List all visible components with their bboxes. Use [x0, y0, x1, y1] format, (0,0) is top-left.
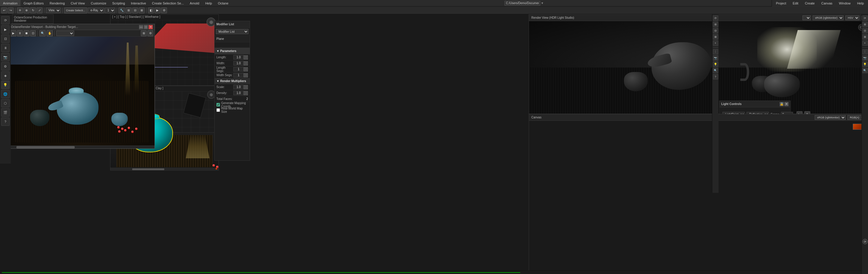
- menu-octane[interactable]: Octane: [215, 0, 231, 6]
- width-input[interactable]: [234, 61, 244, 65]
- align-btn[interactable]: ⊟: [132, 7, 138, 13]
- scale-button[interactable]: ⤢: [37, 7, 42, 13]
- render-btn[interactable]: ▶: [154, 7, 160, 13]
- rotate-button[interactable]: ↻: [30, 7, 36, 13]
- view-dropdown[interactable]: View: [46, 8, 61, 13]
- oo-material-btn[interactable]: ◈: [1, 71, 9, 80]
- lris-btn-9[interactable]: 🔍: [713, 68, 718, 73]
- oo-region-btn[interactable]: ⊡: [1, 35, 9, 43]
- value-dropdown[interactable]: 10: [105, 8, 115, 13]
- scale-spinner[interactable]: ⋮: [244, 85, 248, 89]
- oo-light-btn[interactable]: 💡: [1, 81, 9, 89]
- length-spinner[interactable]: ⋮: [244, 55, 248, 60]
- real-world-checkbox[interactable]: [216, 108, 220, 112]
- menu-help-right[interactable]: Help: [854, 0, 867, 6]
- oo-object-btn[interactable]: ⬡: [1, 99, 9, 107]
- oct-tb-pause[interactable]: ⏸: [17, 30, 23, 36]
- oct-tb-pan[interactable]: ✋: [46, 30, 53, 36]
- select-button[interactable]: ✛: [17, 7, 23, 13]
- render-setup-btn[interactable]: ⚙: [161, 7, 167, 13]
- lris-btn-6[interactable]: ⋮: [713, 49, 718, 55]
- fris-btn-3[interactable]: ⊟: [862, 28, 868, 33]
- lris-btn-7[interactable]: 📷: [713, 55, 718, 61]
- oo-settings-btn[interactable]: ⚙: [1, 62, 9, 70]
- width-segs-input[interactable]: [234, 73, 244, 77]
- menu-canvas[interactable]: Canvas: [818, 0, 835, 6]
- canvas-colorspace1-dropdown[interactable]: sRGB (rgbMonitor): [815, 115, 846, 120]
- modifier-item-plane[interactable]: Plane: [215, 36, 250, 42]
- width-segs-spinner[interactable]: ⋮: [244, 73, 248, 77]
- lris-btn-3[interactable]: ⊟: [713, 28, 718, 33]
- length-input[interactable]: [234, 55, 244, 60]
- oo-help-btn[interactable]: ?: [1, 117, 9, 126]
- fris-btn-6[interactable]: ⋮: [862, 49, 868, 55]
- menu-civil-view[interactable]: Civil View: [68, 0, 88, 6]
- fris-btn-9[interactable]: 🔍: [862, 68, 868, 73]
- rv-colorspace2-dropdown[interactable]: HSV: [845, 15, 859, 20]
- menu-scripting[interactable]: Scripting: [109, 0, 128, 6]
- snap-btn[interactable]: ⊞: [126, 7, 131, 13]
- lris-btn-1[interactable]: ⟳: [713, 15, 718, 21]
- density-spinner[interactable]: ⋮: [244, 91, 248, 95]
- oct-tb-zoom[interactable]: 🔍: [39, 30, 46, 36]
- lc-lock-btn[interactable]: 🔒: [780, 102, 784, 106]
- fris-btn-1[interactable]: ⟳: [862, 15, 868, 21]
- menu-create-selection[interactable]: Create Selection Se...: [149, 0, 187, 6]
- oct-scrollbar-h[interactable]: [9, 145, 154, 148]
- menu-rendering[interactable]: Rendering: [47, 0, 68, 6]
- rv-camera-dropdown[interactable]: Cam001: [803, 15, 811, 20]
- lris-btn-5[interactable]: +: [713, 40, 718, 46]
- oct-tb-settings[interactable]: ⚙: [147, 30, 153, 36]
- oct-tb-fit[interactable]: ⊞: [141, 30, 147, 36]
- fris-btn-4[interactable]: ⊠: [862, 34, 868, 40]
- length-segs-input[interactable]: [234, 67, 244, 71]
- oct-tb-stop[interactable]: ⏹: [24, 30, 29, 36]
- oo-render-btn[interactable]: ▶: [1, 25, 9, 34]
- menu-window[interactable]: Window: [836, 0, 854, 6]
- octane-minimize-btn[interactable]: —: [139, 25, 143, 29]
- menu-animation[interactable]: Animation: [0, 0, 21, 6]
- oo-env-btn[interactable]: 🌐: [1, 90, 9, 98]
- menu-project[interactable]: Project: [773, 0, 789, 6]
- fris-btn-7[interactable]: 📷: [862, 55, 868, 61]
- oct-beauty-dropdown[interactable]: Beauty: [56, 31, 74, 36]
- oo-camera-btn[interactable]: 📷: [1, 53, 9, 61]
- gen-mapping-checkbox[interactable]: [216, 103, 220, 106]
- ray-dropdown[interactable]: e-Ray IPS: [88, 8, 104, 13]
- modifier-dropdown[interactable]: Modifier List: [216, 29, 249, 34]
- menu-interactive[interactable]: Interactive: [128, 0, 149, 6]
- menu-edit[interactable]: Edit: [790, 0, 801, 6]
- length-segs-spinner[interactable]: ⋮: [244, 67, 248, 71]
- lris-btn-4[interactable]: ⊠: [713, 34, 718, 40]
- oo-pause-btn[interactable]: ⏸: [1, 44, 9, 52]
- lc-close-btn[interactable]: ✕: [784, 102, 788, 106]
- magnet-btn[interactable]: 🔧: [119, 7, 125, 13]
- undo-button[interactable]: ↩: [1, 7, 7, 13]
- material-btn[interactable]: ◧: [148, 7, 154, 13]
- lris-btn-10[interactable]: ?: [713, 74, 718, 79]
- density-input[interactable]: [234, 91, 244, 95]
- width-spinner[interactable]: ⋮: [244, 61, 248, 65]
- oct-tb-region[interactable]: ⊡: [30, 30, 36, 36]
- rv-colorspace1-dropdown[interactable]: sRGB (rgbMonitor): [813, 15, 844, 20]
- redo-button[interactable]: ↪: [8, 7, 14, 13]
- scale-input[interactable]: [234, 85, 244, 89]
- menu-arnold[interactable]: Arnold: [187, 0, 203, 6]
- oct-tb-render[interactable]: ▶: [10, 30, 17, 36]
- lris-btn-8[interactable]: 💡: [713, 62, 718, 67]
- lris-btn-2[interactable]: ⊞: [713, 22, 718, 27]
- move-button[interactable]: ⊕: [24, 7, 29, 13]
- oo-connect-btn[interactable]: ⟳: [1, 16, 9, 24]
- menu-graph-editors[interactable]: Graph Editors: [21, 0, 47, 6]
- octane-close-btn[interactable]: ✕: [149, 25, 153, 29]
- path-input[interactable]: [504, 1, 540, 6]
- fris-hdr-rotate[interactable]: ⟳: [862, 239, 868, 244]
- perspective-scrollbar[interactable]: [111, 168, 218, 170]
- octane-maximize-btn[interactable]: □: [144, 25, 148, 29]
- menu-customize[interactable]: Customize: [88, 0, 109, 6]
- menu-help[interactable]: Help: [202, 0, 215, 6]
- fris-btn-5[interactable]: +: [862, 40, 868, 46]
- fris-btn-2[interactable]: ⊞: [862, 22, 868, 27]
- mirror-btn[interactable]: ⊠: [139, 7, 145, 13]
- menu-create[interactable]: Create: [802, 0, 818, 6]
